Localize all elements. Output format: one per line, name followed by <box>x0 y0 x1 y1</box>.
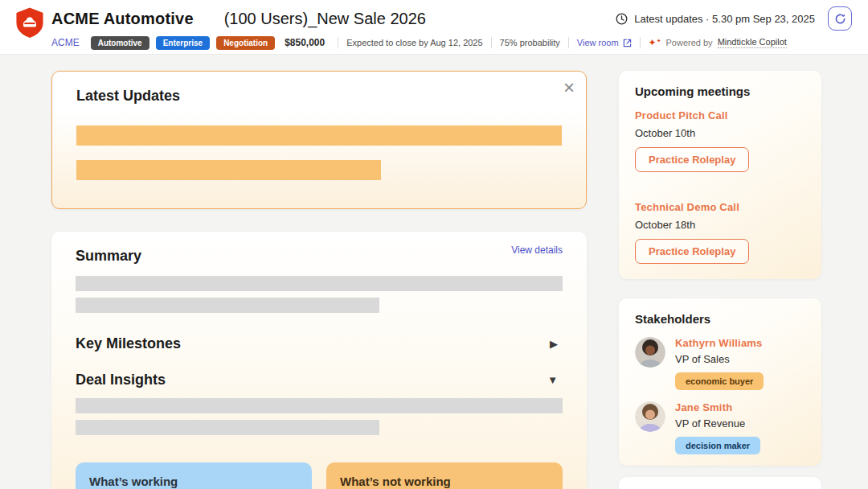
whats-working-card: What’s working <box>76 462 312 489</box>
view-room-link[interactable]: View room <box>577 38 632 47</box>
whats-not-working-card: What’s not working <box>326 462 563 489</box>
refresh-button[interactable] <box>828 6 852 31</box>
clock-icon <box>616 13 628 25</box>
powered-by: ✦✦ Powered by Mindtickle Copilot <box>649 37 787 48</box>
divider <box>491 37 492 48</box>
external-link-icon <box>623 39 632 47</box>
header: ACME Automotive (100 Users)_New Sale 202… <box>0 0 868 55</box>
summary-title: Summary <box>76 248 141 265</box>
stakeholder-info: Kathyrn Williams VP of Sales economic bu… <box>675 337 764 390</box>
divider <box>568 37 569 48</box>
stakeholder-role: VP of Revenue <box>675 417 760 429</box>
left-column: Latest Updates × Summary View details Ke… <box>51 71 587 489</box>
placeholder-bar <box>76 276 563 291</box>
header-right-cluster: Latest updates · 5.30 pm Sep 23, 2025 <box>616 6 852 31</box>
stakeholder-name[interactable]: Jane Smith <box>675 401 760 413</box>
powered-by-brand[interactable]: Mindtickle Copilot <box>718 37 787 48</box>
meeting-date: October 18th <box>635 219 805 231</box>
upcoming-meetings-card: Upcoming meetings Product Pitch Call Oct… <box>619 71 821 279</box>
placeholder-bar <box>76 298 379 313</box>
expected-close-date: Expected to close by Aug 12, 2025 <box>346 38 482 47</box>
avatar <box>635 337 665 368</box>
summary-header: Summary View details <box>76 248 563 265</box>
chevron-down-icon: ▼ <box>547 374 558 386</box>
deal-insights-title: Deal Insights <box>76 372 166 388</box>
view-details-link[interactable]: View details <box>511 244 563 256</box>
stakeholder-item: Kathyrn Williams VP of Sales economic bu… <box>635 337 805 390</box>
stakeholder-name[interactable]: Kathyrn Williams <box>675 337 764 349</box>
sparkle-icon: ✦✦ <box>649 38 661 47</box>
competitors-card: Competitors <box>619 477 821 489</box>
deal-title: (100 Users)_New Sale 2026 <box>224 10 426 28</box>
divider <box>338 37 338 48</box>
meeting-item: Product Pitch Call October 10th Practice… <box>635 109 805 172</box>
badge-automotive: Automotive <box>91 36 149 50</box>
latest-updates-title: Latest Updates <box>76 88 562 105</box>
practice-roleplay-button[interactable]: Practice Roleplay <box>635 147 749 172</box>
close-icon[interactable]: × <box>563 78 575 97</box>
powered-by-prefix: Powered by <box>666 38 713 47</box>
win-probability: 75% probability <box>500 38 560 47</box>
practice-roleplay-button[interactable]: Practice Roleplay <box>635 239 749 264</box>
badge-enterprise: Enterprise <box>156 36 210 50</box>
meeting-name: Technical Demo Call <box>635 201 805 213</box>
main-content: Latest Updates × Summary View details Ke… <box>0 55 868 489</box>
header-content: ACME Automotive (100 Users)_New Sale 202… <box>51 6 852 51</box>
stakeholders-card: Stakeholders Kathyrn Williams <box>619 298 821 466</box>
deal-value: $850,000 <box>285 37 325 48</box>
breadcrumb[interactable]: ACME <box>51 37 80 48</box>
whats-not-working-title: What’s not working <box>340 475 549 488</box>
placeholder-bar <box>76 398 563 413</box>
upcoming-meetings-title: Upcoming meetings <box>635 84 805 98</box>
deal-insights-section[interactable]: Deal Insights ▼ <box>76 372 563 388</box>
stakeholder-tag: decision maker <box>675 437 760 454</box>
latest-updates-status: Latest updates · 5.30 pm Sep 23, 2025 <box>634 13 815 25</box>
badge-negotiation: Negotiation <box>216 36 275 50</box>
placeholder-bar <box>76 420 379 435</box>
insights-columns: What’s working What’s not working <box>76 462 563 489</box>
meeting-item: Technical Demo Call October 18th Practic… <box>635 201 805 264</box>
meeting-date: October 10th <box>635 127 805 139</box>
stakeholder-role: VP of Sales <box>675 353 764 365</box>
stakeholders-title: Stakeholders <box>635 312 805 326</box>
avatar <box>635 401 665 432</box>
summary-card: Summary View details Key Milestones ▶ De… <box>51 232 587 489</box>
latest-updates-card: Latest Updates × <box>51 71 587 209</box>
view-room-label: View room <box>577 38 619 47</box>
divider <box>640 37 641 48</box>
meeting-name: Product Pitch Call <box>635 109 805 121</box>
acme-logo-icon <box>16 6 43 39</box>
stakeholder-tag: economic buyer <box>675 372 764 390</box>
whats-working-title: What’s working <box>89 475 298 488</box>
chevron-right-icon: ▶ <box>550 338 558 350</box>
header-title-row: ACME Automotive (100 Users)_New Sale 202… <box>51 6 852 31</box>
key-milestones-section[interactable]: Key Milestones ▶ <box>76 335 563 352</box>
app-title: ACME Automotive <box>51 10 194 28</box>
placeholder-bar <box>76 160 381 180</box>
placeholder-bar <box>76 125 562 146</box>
stakeholder-info: Jane Smith VP of Revenue decision maker <box>675 401 760 454</box>
stakeholder-item: Jane Smith VP of Revenue decision maker <box>635 401 805 454</box>
key-milestones-title: Key Milestones <box>76 335 181 352</box>
refresh-icon <box>834 13 846 25</box>
deal-meta-row: ACME Automotive Enterprise Negotiation $… <box>51 34 852 51</box>
right-sidebar: Upcoming meetings Product Pitch Call Oct… <box>619 71 821 489</box>
